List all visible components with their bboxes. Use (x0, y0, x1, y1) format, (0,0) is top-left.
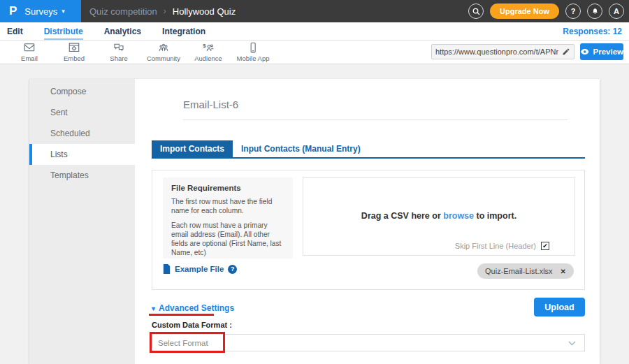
channel-label: Embed (64, 54, 85, 62)
contacts-tabs: Import Contacts Input Contacts (Manual E… (152, 140, 585, 159)
file-requirements-title: File Requirements (171, 184, 284, 192)
dropzone-text-prefix: Drag a CSV here or (361, 211, 443, 221)
remove-file-icon[interactable]: ✕ (561, 268, 566, 275)
list-name-input[interactable]: Email-List-6 (183, 99, 567, 120)
search-icon (472, 7, 481, 16)
example-file-link[interactable]: Example File ? (163, 264, 237, 274)
notifications-button[interactable] (587, 3, 602, 19)
annotation-red-box (150, 332, 225, 353)
sidebar-item-scheduled[interactable]: Scheduled (29, 123, 135, 144)
channel-embed[interactable]: Embed (52, 42, 96, 62)
share-icon (112, 42, 126, 54)
csv-dropzone[interactable]: Drag a CSV here or browse to import. Ski… (303, 177, 575, 256)
example-help-icon[interactable]: ? (228, 265, 237, 274)
channel-label: Share (110, 54, 127, 62)
preview-label: Preview (593, 48, 623, 56)
mobile-app-icon (246, 42, 260, 54)
sidebar-item-lists[interactable]: Lists (29, 144, 135, 165)
document-icon (163, 264, 171, 274)
eye-icon (580, 48, 590, 55)
channel-label: Community (147, 54, 180, 62)
channel-label: Mobile App (236, 54, 269, 62)
channel-list: Email Embed Share (7, 42, 275, 62)
tab-edit[interactable]: Edit (7, 22, 23, 40)
avatar[interactable]: A (609, 3, 624, 19)
email-sidebar: Compose Sent Scheduled Lists Templates (29, 79, 135, 364)
skip-first-line-row: Skip First Line (Header) ✔ (455, 242, 549, 250)
lists-card: Compose Sent Scheduled Lists Templates E… (29, 79, 600, 364)
channel-label: Email (21, 54, 38, 62)
dropzone-text-suffix: to import. (474, 211, 516, 221)
community-icon (157, 42, 171, 54)
questionpro-distribute-page: P Surveys ▾ Quiz competition › Hollywood… (0, 0, 629, 364)
file-requirements-line2: Each row must have a primary email addre… (171, 221, 284, 258)
uploaded-file-name: Quiz-Email-List.xlsx (485, 267, 553, 275)
file-requirements-line1: The first row must have the field name f… (171, 197, 284, 216)
breadcrumb-parent[interactable]: Quiz competition (89, 6, 157, 17)
bell-icon (591, 7, 600, 16)
survey-nav: Edit Distribute Analytics Integration Re… (0, 22, 629, 41)
edit-url-button[interactable] (558, 48, 574, 56)
survey-url-value[interactable]: https://www.questionpro.com/t/APNrFZ (432, 48, 558, 56)
brand-surveys-menu[interactable]: P Surveys ▾ (0, 0, 81, 22)
channel-email[interactable]: Email (7, 42, 52, 62)
file-requirements-box: File Requirements The first row must hav… (163, 177, 293, 259)
embed-icon (67, 42, 81, 54)
breadcrumb: Quiz competition › Hollywood Quiz (89, 0, 236, 22)
custom-data-format-label: Custom Data Format : (152, 321, 232, 329)
questionpro-logo: P (9, 4, 17, 18)
skip-first-line-checkbox[interactable]: ✔ (541, 242, 549, 250)
responses-count[interactable]: Responses: 12 (563, 22, 622, 40)
sidebar-item-sent[interactable]: Sent (29, 102, 135, 123)
sidebar-item-templates[interactable]: Templates (29, 165, 135, 186)
upgrade-now-button[interactable]: Upgrade Now (490, 3, 559, 19)
channel-community[interactable]: Community (141, 42, 186, 62)
annotation-red-underline (149, 314, 214, 316)
tab-distribute[interactable]: Distribute (44, 22, 83, 40)
audience-icon: $ (201, 42, 215, 54)
chevron-down-icon (568, 341, 576, 346)
sidebar-item-compose[interactable]: Compose (29, 81, 135, 102)
distribute-toolbar: Email Embed Share (0, 41, 629, 64)
channel-label: Audience (194, 54, 222, 62)
browse-link[interactable]: browse (443, 211, 474, 221)
channel-share[interactable]: Share (96, 42, 141, 62)
caret-down-icon: ▾ (152, 305, 155, 312)
advanced-settings-toggle[interactable]: ▾ Advanced Settings (152, 303, 234, 313)
tab-input-contacts-manual[interactable]: Input Contacts (Manual Entry) (233, 140, 369, 157)
breadcrumb-current: Hollywood Quiz (173, 6, 236, 17)
tab-analytics[interactable]: Analytics (104, 22, 141, 40)
header-actions: Upgrade Now ? A (468, 0, 624, 22)
upload-button[interactable]: Upload (534, 298, 585, 316)
channel-mobile-app[interactable]: Mobile App (231, 42, 275, 62)
advanced-settings-label: Advanced Settings (159, 303, 234, 313)
import-panel: File Requirements The first row must hav… (152, 170, 585, 290)
dropzone-text: Drag a CSV here or browse to import. (303, 211, 574, 221)
breadcrumb-separator-icon: › (164, 6, 166, 16)
product-name: Surveys (24, 6, 57, 17)
tab-integration[interactable]: Integration (162, 22, 205, 40)
email-icon (22, 42, 36, 54)
skip-first-line-label: Skip First Line (Header) (455, 242, 536, 250)
uploaded-file-chip: Quiz-Email-List.xlsx ✕ (477, 263, 574, 279)
chevron-down-icon: ▾ (62, 8, 65, 15)
example-file-label: Example File (175, 265, 224, 273)
top-header-bar: P Surveys ▾ Quiz competition › Hollywood… (0, 0, 629, 22)
pencil-icon (562, 48, 570, 56)
survey-url-field[interactable]: https://www.questionpro.com/t/APNrFZ (431, 44, 574, 59)
svg-text:$: $ (203, 43, 206, 49)
tab-import-contacts[interactable]: Import Contacts (152, 140, 233, 157)
help-button[interactable]: ? (565, 3, 581, 19)
preview-button[interactable]: Preview (580, 43, 623, 60)
channel-audience[interactable]: $ Audience (186, 42, 231, 62)
search-button[interactable] (468, 3, 484, 19)
